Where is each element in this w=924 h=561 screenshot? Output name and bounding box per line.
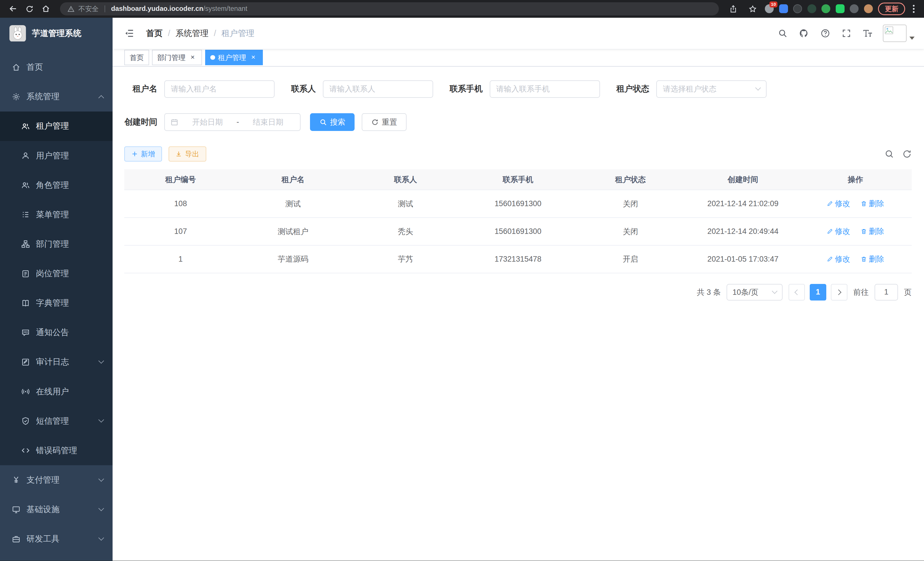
sidebar-item-infra[interactable]: 基础设施 (0, 495, 112, 524)
sidebar-item-dept[interactable]: 部门管理 (0, 229, 112, 259)
edit-link[interactable]: 修改 (826, 199, 850, 209)
breadcrumb-system[interactable]: 系统管理 (176, 28, 208, 39)
cell-created: 2021-12-14 21:02:09 (687, 190, 799, 218)
chevron-down-icon (98, 417, 104, 423)
search-icon[interactable] (773, 23, 792, 43)
contact-input[interactable] (323, 80, 433, 98)
close-icon[interactable]: × (249, 53, 257, 62)
sidebar-toggle-icon[interactable] (122, 26, 137, 41)
prev-page-button[interactable] (789, 284, 805, 301)
sidebar-item-system[interactable]: 系统管理 (0, 82, 112, 111)
sidebar-item-post[interactable]: 岗位管理 (0, 259, 112, 288)
home-icon[interactable] (39, 2, 53, 16)
tab-dept[interactable]: 部门管理 × (152, 50, 202, 65)
extension-icon[interactable] (850, 4, 859, 13)
sidebar-item-sms[interactable]: 短信管理 (0, 406, 112, 436)
sidebar-item-user[interactable]: 用户管理 (0, 141, 112, 170)
next-page-button[interactable] (831, 284, 848, 301)
refresh-icon[interactable] (22, 2, 37, 16)
date-range-picker[interactable]: 开始日期 - 结束日期 (164, 113, 300, 131)
fullscreen-icon[interactable] (837, 23, 856, 43)
sidebar-item-audit-log[interactable]: 审计日志 (0, 347, 112, 377)
range-separator: - (237, 117, 239, 126)
extension-icon[interactable] (821, 4, 830, 13)
goto-page-input[interactable] (874, 284, 898, 301)
address-bar[interactable]: 不安全 dashboard.yudao.iocoder.cn/system/te… (60, 2, 719, 15)
table-header: 租户编号 租户名 联系人 联系手机 租户状态 创建时间 操作 (124, 169, 912, 190)
browser-update-button[interactable]: 更新 (878, 3, 905, 15)
sidebar-item-notice[interactable]: 通知公告 (0, 318, 112, 347)
url-text: dashboard.yudao.iocoder.cn/system/tenant (111, 5, 248, 13)
badge-icon (21, 269, 30, 278)
cell-phone: 15601691300 (462, 190, 574, 218)
font-size-icon[interactable] (858, 23, 877, 43)
chevron-left-icon (794, 289, 800, 295)
close-icon[interactable]: × (189, 53, 197, 62)
refresh-table-icon[interactable] (902, 149, 912, 159)
sidebar-item-label: 菜单管理 (36, 209, 69, 220)
sidebar-item-label: 角色管理 (36, 180, 69, 191)
sidebar-item-online-user[interactable]: 在线用户 (0, 377, 112, 406)
pencil-icon (826, 256, 833, 262)
extension-icon[interactable] (864, 4, 873, 13)
delete-link[interactable]: 删除 (861, 254, 884, 264)
caret-down-icon (909, 37, 915, 40)
sidebar-item-label: 研发工具 (27, 533, 59, 545)
back-icon[interactable] (6, 2, 20, 16)
search-button[interactable]: 搜索 (310, 113, 355, 131)
sidebar-item-dict[interactable]: 字典管理 (0, 289, 112, 318)
extension-icon[interactable] (836, 4, 844, 13)
status-select[interactable]: 请选择租户状态 (656, 80, 766, 98)
page-size-value: 10条/页 (733, 287, 759, 297)
chevron-down-icon (755, 85, 761, 91)
extension-icon[interactable] (793, 4, 802, 13)
delete-link[interactable]: 删除 (861, 199, 884, 209)
tab-label: 租户管理 (218, 53, 246, 62)
sidebar-item-tenant[interactable]: 租户管理 (0, 111, 112, 141)
browser-actions: 10 更新 (726, 2, 918, 16)
sidebar-item-error-code[interactable]: 错误码管理 (0, 436, 112, 465)
reset-button[interactable]: 重置 (362, 113, 406, 131)
search-button-label: 搜索 (330, 117, 345, 127)
toggle-search-icon[interactable] (885, 149, 894, 159)
browser-menu-icon[interactable] (910, 5, 917, 13)
avatar (883, 25, 907, 42)
share-icon[interactable] (726, 2, 740, 16)
edit-link[interactable]: 修改 (826, 254, 850, 264)
help-icon[interactable] (816, 23, 835, 43)
add-button[interactable]: 新增 (124, 146, 162, 162)
extension-icon[interactable] (779, 4, 788, 13)
top-navbar: 首页 / 系统管理 / 租户管理 (112, 18, 924, 49)
breadcrumb-home[interactable]: 首页 (146, 28, 163, 39)
cell-tenant-id: 108 (124, 190, 237, 218)
extension-icon[interactable] (807, 4, 816, 13)
delete-link[interactable]: 删除 (861, 226, 884, 236)
sidebar-item-payment[interactable]: 支付管理 (0, 465, 112, 495)
sidebar-item-dev-tools[interactable]: 研发工具 (0, 524, 112, 554)
bookmark-star-icon[interactable] (746, 2, 760, 16)
download-icon (176, 151, 182, 157)
filter-create-time: 创建时间 开始日期 - 结束日期 (124, 113, 301, 131)
phone-input[interactable] (490, 80, 600, 98)
sidebar-item-menu[interactable]: 菜单管理 (0, 200, 112, 229)
app-logo[interactable]: 芋道管理系统 (0, 18, 112, 49)
user-avatar-menu[interactable] (883, 25, 915, 42)
sidebar-item-home[interactable]: 首页 (0, 53, 112, 82)
page-size-select[interactable]: 10条/页 (727, 284, 783, 301)
sidebar-item-role[interactable]: 角色管理 (0, 170, 112, 200)
sidebar-item-label: 岗位管理 (36, 268, 69, 279)
cell-phone: 15601691300 (462, 218, 574, 245)
export-button[interactable]: 导出 (169, 146, 206, 162)
edit-link[interactable]: 修改 (826, 226, 850, 236)
home-icon (12, 63, 21, 72)
tab-home[interactable]: 首页 (124, 50, 149, 65)
start-date-placeholder: 开始日期 (181, 117, 234, 127)
page-number-button[interactable]: 1 (810, 284, 826, 301)
tab-tenant[interactable]: 租户管理 × (205, 50, 263, 65)
status-label: 租户状态 (616, 83, 649, 95)
column-header: 租户名 (237, 169, 350, 190)
github-icon[interactable] (795, 23, 813, 43)
extension-icon[interactable]: 10 (765, 4, 774, 13)
message-icon (21, 328, 30, 337)
tenant-name-input[interactable] (164, 80, 274, 98)
